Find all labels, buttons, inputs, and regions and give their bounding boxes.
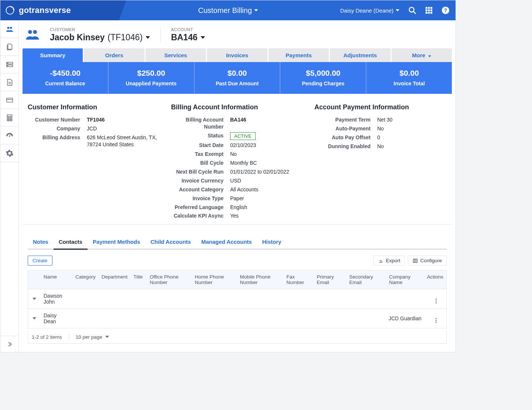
cell-semail	[346, 295, 386, 303]
main-tabs: SummaryOrdersServicesInvoicesPaymentsAdj…	[23, 48, 452, 62]
subtab-child-accounts[interactable]: Child Accounts	[145, 236, 196, 250]
chevron-down-icon	[428, 55, 431, 57]
metric-label: Current Balance	[24, 81, 106, 86]
col-fax[interactable]: Fax Number	[283, 270, 314, 289]
sidebar-item-data[interactable]	[0, 56, 19, 74]
configure-button[interactable]: Configure	[408, 256, 447, 266]
sidebar-spacer	[0, 162, 18, 336]
panel-title: Account Payment Information	[314, 103, 447, 111]
kv-row: Customer NumberTF1046	[28, 116, 160, 123]
brand[interactable]: gotransverse	[5, 5, 71, 16]
download-icon	[378, 258, 383, 263]
kv-value: 626 McLeod Street Austin, TX, 78724 Unit…	[87, 134, 160, 148]
kv-row: Calculate KPI AsyncYes	[171, 212, 303, 219]
cell-pemail	[313, 315, 346, 322]
svg-point-33	[33, 30, 37, 34]
metric: $5,000.00Pending Charges	[280, 62, 366, 94]
tab-payments[interactable]: Payments	[269, 48, 330, 62]
tab-services[interactable]: Services	[146, 48, 207, 62]
kv-row: StatusACTIVE	[171, 132, 303, 140]
expand-row-icon[interactable]	[33, 298, 36, 300]
svg-rect-34	[413, 259, 417, 262]
app-title: Customer Billing	[198, 6, 252, 15]
app-title-dropdown[interactable]: Customer Billing	[198, 6, 258, 15]
kv-key: Billing Account Number	[171, 116, 230, 130]
tab-more[interactable]: More	[392, 48, 452, 62]
subtab-notes[interactable]: Notes	[28, 236, 54, 250]
col-ophone[interactable]: Office Phone Number	[147, 270, 192, 289]
customer-dropdown[interactable]: Jacob Kinsey (TF1046)	[50, 33, 150, 42]
sidebar-item-file[interactable]	[0, 74, 19, 91]
per-page-label: 10 per page	[76, 334, 102, 340]
metric: $250.00Unapplied Payments	[109, 62, 195, 94]
kv-value: English	[230, 204, 303, 211]
kv-row: Account CategoryAll Accounts	[171, 186, 303, 193]
account-dropdown[interactable]: BA146	[171, 33, 205, 42]
help-button[interactable]: ?	[441, 6, 450, 14]
col-name[interactable]: Name	[41, 270, 72, 289]
sidebar-item-documents[interactable]	[0, 38, 19, 56]
sidebar-item-customers[interactable]	[0, 20, 19, 38]
subtab-history[interactable]: History	[257, 236, 287, 250]
sidebar-collapse[interactable]	[0, 336, 18, 352]
col-title[interactable]: Title	[130, 270, 147, 289]
svg-rect-11	[430, 12, 432, 14]
sidebar-item-gauge[interactable]	[0, 127, 19, 144]
table-row[interactable]: Daisy DeanJCD Guardian	[28, 309, 446, 328]
kv-row: Start Date02/10/2023	[171, 142, 303, 149]
contacts-actions: Create Export Configure	[23, 250, 452, 270]
svg-point-14	[7, 27, 9, 29]
svg-rect-8	[430, 10, 432, 11]
apps-button[interactable]	[425, 7, 433, 14]
sidebar-item-calculator[interactable]	[0, 109, 19, 127]
kv-row: Auto-PaymentNo	[314, 125, 447, 132]
kv-value: JCD	[87, 125, 160, 132]
search-button[interactable]	[408, 6, 416, 14]
svg-rect-9	[426, 12, 427, 14]
table-row[interactable]: Dawson John	[28, 289, 446, 309]
divider	[160, 27, 161, 42]
sidebar-item-billing[interactable]	[0, 91, 19, 109]
user-display: Daisy Deane (Deane)	[340, 7, 393, 14]
customer-code: (TF1046)	[108, 33, 143, 42]
svg-rect-4	[428, 7, 430, 9]
sidebar-item-settings[interactable]	[0, 144, 19, 162]
col-pemail[interactable]: Primary Email	[314, 270, 346, 289]
kv-row: Dunning EnabledNo	[314, 143, 447, 150]
col-department[interactable]: Department	[99, 270, 131, 289]
gear-icon	[6, 149, 14, 157]
kv-row: Billing Account NumberBA146	[171, 116, 303, 130]
tab-summary[interactable]: Summary	[23, 48, 84, 62]
kv-value: 0	[377, 134, 447, 141]
metric: $0.00Invoice Total	[366, 62, 452, 94]
col-mphone[interactable]: Mobile Phone Number	[237, 270, 283, 289]
col-company[interactable]: Company Name	[386, 270, 424, 289]
tab-invoices[interactable]: Invoices	[207, 48, 268, 62]
row-actions-menu[interactable]	[429, 298, 443, 303]
row-actions-menu[interactable]	[429, 318, 443, 323]
col-category[interactable]: Category	[72, 270, 99, 289]
status-badge: ACTIVE	[230, 132, 256, 140]
per-page-dropdown[interactable]: 10 per page	[76, 334, 109, 340]
kv-value: No	[377, 125, 447, 132]
file-icon	[6, 78, 14, 86]
cell-company: JCD Guardian	[386, 312, 426, 325]
kv-key: Customer Number	[28, 116, 87, 123]
subtab-contacts[interactable]: Contacts	[54, 236, 88, 250]
kv-row: Next Bill Cycle Run01/01/2022 to 02/01/2…	[171, 168, 303, 175]
cell-pemail	[313, 295, 346, 303]
export-button[interactable]: Export	[374, 256, 405, 266]
tab-orders[interactable]: Orders	[84, 48, 145, 62]
cell-title	[130, 315, 146, 322]
col-hphone[interactable]: Home Phone Number	[192, 270, 237, 289]
kv-key: Auto Pay Offset	[314, 134, 377, 141]
expand-row-icon[interactable]	[33, 317, 36, 320]
subtab-payment-methods[interactable]: Payment Methods	[88, 236, 145, 250]
metric-value: $5,000.00	[282, 69, 364, 78]
user-menu[interactable]: Daisy Deane (Deane)	[340, 7, 399, 14]
subtab-managed-accounts[interactable]: Managed Accounts	[196, 236, 257, 250]
tab-adjustments[interactable]: Adjustments	[330, 48, 391, 62]
result-count: 1-2 of 2 items	[32, 334, 62, 340]
create-button[interactable]: Create	[28, 256, 52, 266]
col-semail[interactable]: Secondary Email	[346, 270, 386, 289]
